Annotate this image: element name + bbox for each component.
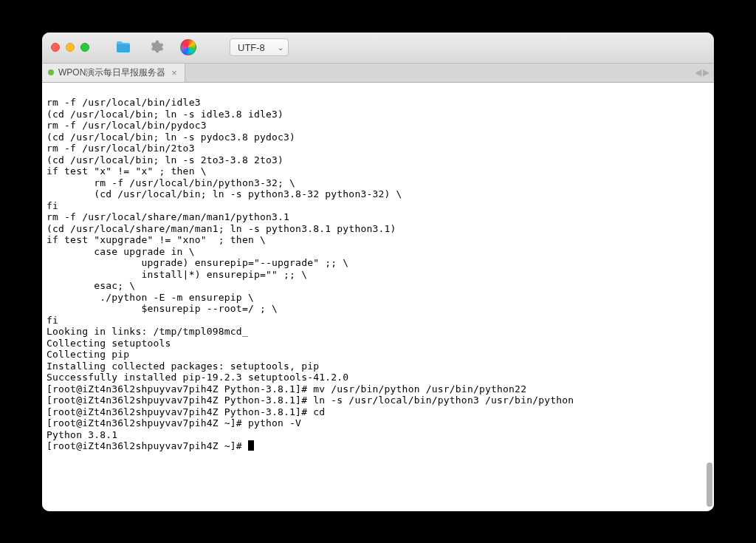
- colorwheel-button[interactable]: [175, 37, 202, 58]
- terminal-line: [root@iZt4n36l2shpuyvav7pih4Z ~]# python…: [47, 417, 301, 428]
- terminal-line: Looking in links: /tmp/tmpl098mcd_: [47, 326, 248, 337]
- terminal-line: install|*) ensurepip="" ;; \: [47, 269, 307, 280]
- minimize-window-button[interactable]: [66, 43, 75, 52]
- tabbar-nav: ◀ ▶: [690, 64, 714, 82]
- terminal-line: rm -f /usr/local/share/man/man1/python3.…: [47, 211, 289, 222]
- terminal-line: Collecting pip: [47, 349, 129, 360]
- terminal-line: rm -f /usr/local/bin/python3-32; \: [47, 177, 295, 188]
- terminal-cursor: [248, 440, 254, 451]
- tabbar: WPON演示每日早报服务器 × ◀ ▶: [42, 64, 714, 83]
- terminal-line: fi: [47, 315, 58, 326]
- colorwheel-icon: [180, 39, 196, 55]
- tab-title: WPON演示每日早报服务器: [58, 66, 165, 79]
- terminal-line: rm -f /usr/local/bin/idle3: [47, 97, 201, 108]
- tab-active[interactable]: WPON演示每日早报服务器 ×: [42, 64, 185, 82]
- terminal-line: [root@iZt4n36l2shpuyvav7pih4Z Python-3.8…: [47, 395, 574, 406]
- terminal-line: Successfully installed pip-19.2.3 setupt…: [47, 372, 348, 383]
- terminal-line: (cd /usr/local/bin; ln -s 2to3-3.8 2to3): [47, 154, 284, 165]
- terminal-window: UTF-8 ⌄ WPON演示每日早报服务器 × ◀ ▶ rm -f /usr/l…: [42, 33, 714, 511]
- connection-status-dot: [48, 69, 54, 75]
- traffic-lights: [51, 43, 89, 52]
- terminal-line: [root@iZt4n36l2shpuyvav7pih4Z Python-3.8…: [47, 383, 526, 395]
- terminal-line: rm -f /usr/local/bin/pydoc3: [47, 120, 207, 131]
- scrollbar-thumb[interactable]: [707, 462, 712, 507]
- close-window-button[interactable]: [51, 43, 60, 52]
- scrollbar[interactable]: [705, 83, 712, 511]
- terminal-line: upgrade) ensurepip="--upgrade" ;; \: [47, 257, 348, 268]
- zoom-window-button[interactable]: [80, 43, 89, 52]
- chevron-down-icon: ⌄: [278, 44, 284, 52]
- terminal-line: case upgrade in \: [47, 246, 195, 257]
- terminal-line: $ensurepip --root=/ ; \: [47, 303, 278, 314]
- terminal-line: rm -f /usr/local/bin/2to3: [47, 143, 195, 154]
- terminal-line: (cd /usr/local/bin; ln -s idle3.8 idle3): [47, 109, 284, 120]
- titlebar: UTF-8 ⌄: [42, 33, 714, 64]
- folder-icon: [114, 38, 132, 56]
- close-tab-icon[interactable]: ×: [171, 67, 177, 78]
- terminal-line: (cd /usr/local/share/man/man1; ln -s pyt…: [47, 223, 396, 234]
- tab-prev-icon[interactable]: ◀: [695, 67, 701, 78]
- terminal-line: Collecting setuptools: [47, 338, 171, 349]
- terminal-prompt: [root@iZt4n36l2shpuyvav7pih4Z ~]#: [47, 440, 248, 451]
- terminal-line: ./python -E -m ensurepip \: [47, 292, 254, 303]
- terminal-line: [root@iZt4n36l2shpuyvav7pih4Z Python-3.8…: [47, 406, 325, 417]
- encoding-select[interactable]: UTF-8 ⌄: [230, 38, 289, 56]
- terminal-line: (cd /usr/local/bin; ln -s python3.8-32 p…: [47, 188, 402, 199]
- encoding-label: UTF-8: [238, 42, 265, 53]
- terminal-line: fi: [47, 200, 58, 211]
- terminal-line: if test "xupgrade" != "xno" ; then \: [47, 234, 266, 245]
- terminal-content[interactable]: rm -f /usr/local/bin/idle3 (cd /usr/loca…: [42, 83, 714, 511]
- folder-button[interactable]: [110, 37, 137, 58]
- gear-icon: [148, 39, 164, 55]
- terminal-line: esac; \: [47, 280, 135, 291]
- terminal-line: if test "x" != "x" ; then \: [47, 165, 207, 177]
- settings-button[interactable]: [142, 37, 169, 58]
- tab-next-icon[interactable]: ▶: [703, 67, 709, 78]
- terminal-line: Installing collected packages: setuptool…: [47, 361, 319, 372]
- terminal-line: Python 3.8.1: [47, 429, 117, 440]
- terminal-line: (cd /usr/local/bin; ln -s pydoc3.8 pydoc…: [47, 132, 295, 143]
